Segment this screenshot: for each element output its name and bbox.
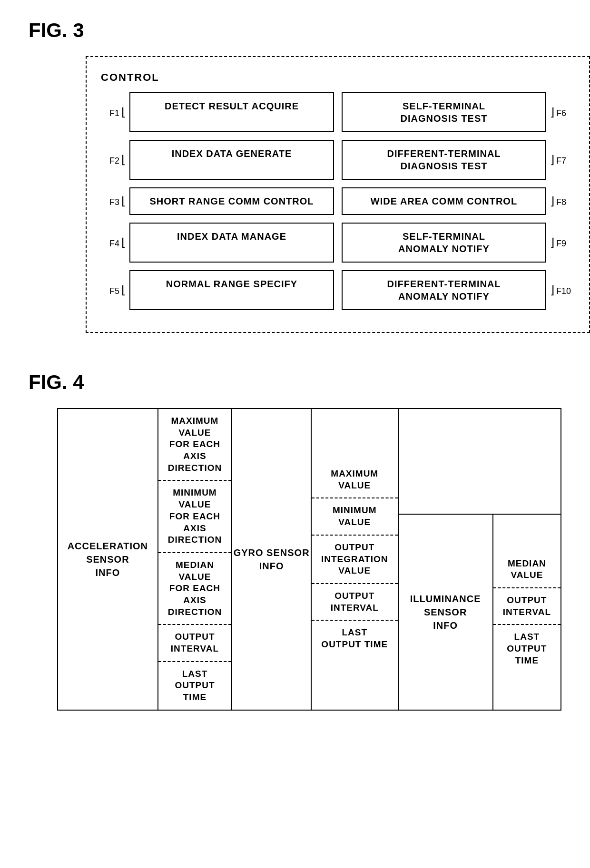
fig3-left-cell-0: DETECT RESULT ACQUIRE: [129, 92, 334, 132]
fig4-right-row-2-0: MEDIAN VALUE: [493, 552, 560, 588]
fig3-left-cell-3: INDEX DATA MANAGE: [129, 223, 334, 263]
fig4-right-row-2-2: LAST OUTPUT TIME: [493, 625, 560, 673]
fig4-right-row-1-0: MAXIMUM VALUE: [312, 462, 397, 498]
fig3-row-1: F2 ⌊INDEX DATA GENERATEDIFFERENT-TERMINA…: [101, 140, 575, 180]
fig4-right-row-1-1: MINIMUM VALUE: [312, 498, 397, 535]
fig3-right-label-4: ⌋ F10: [546, 283, 575, 297]
fig4-right-row-0-3: OUTPUT INTERVAL: [158, 625, 232, 662]
fig4-left-0: ACCELERATION SENSORINFO: [58, 409, 158, 710]
fig4-right-1: MAXIMUM VALUEMINIMUM VALUEOUTPUT INTEGRA…: [311, 409, 398, 710]
fig4-left-2: ILLUMINANCE SENSORINFO: [398, 514, 493, 710]
fig3-left-label-2: F3 ⌊: [101, 195, 129, 208]
fig3-right-cell-1: DIFFERENT-TERMINALDIAGNOSIS TEST: [342, 140, 546, 180]
fig3-right-cell-0: SELF-TERMINALDIAGNOSIS TEST: [342, 92, 546, 132]
fig3-rows: F1 ⌊DETECT RESULT ACQUIRESELF-TERMINALDI…: [101, 92, 575, 310]
fig3-left-label-1: F2 ⌊: [101, 153, 129, 166]
fig4-right-row-1-2: OUTPUT INTEGRATION VALUE: [312, 536, 397, 584]
fig4-right-row-2-1: OUTPUT INTERVAL: [493, 588, 560, 625]
fig4-right-row-0-0: MAXIMUM VALUEFOR EACH AXIS DIRECTION: [158, 409, 232, 481]
fig4-right-row-0-1: MINIMUM VALUEFOR EACH AXIS DIRECTION: [158, 481, 232, 553]
fig3-left-cell-2: SHORT RANGE COMM CONTROL: [129, 187, 334, 215]
fig3-right-cell-4: DIFFERENT-TERMINALANOMALY NOTIFY: [342, 270, 546, 310]
fig4-section: FIG. 4 ACCELERATION SENSORINFOMAXIMUM VA…: [29, 371, 561, 711]
fig3-right-cell-3: SELF-TERMINALANOMALY NOTIFY: [342, 223, 546, 263]
fig3-outer-box: 11 CONTROL F1 ⌊DETECT RESULT ACQUIRESELF…: [86, 56, 590, 333]
fig4-right-row-1-3: OUTPUT INTERVAL: [312, 584, 397, 621]
fig3-row-3: F4 ⌊INDEX DATA MANAGESELF-TERMINALANOMAL…: [101, 223, 575, 263]
fig4-right-row-0-2: MEDIAN VALUEFOR EACH AXIS DIRECTION: [158, 553, 232, 625]
fig3-right-cell-2: WIDE AREA COMM CONTROL: [342, 187, 546, 215]
fig3-right-label-0: ⌋ F6: [546, 106, 575, 119]
fig3-right-label-3: ⌋ F9: [546, 236, 575, 249]
fig3-row-2: F3 ⌊SHORT RANGE COMM CONTROLWIDE AREA CO…: [101, 187, 575, 215]
fig3-section: FIG. 3 11 CONTROL F1 ⌊DETECT RESULT ACQU…: [29, 19, 561, 333]
fig4-title: FIG. 4: [29, 371, 561, 394]
fig3-title: FIG. 3: [29, 19, 561, 42]
fig3-control-label: CONTROL: [101, 71, 575, 84]
fig4-table: ACCELERATION SENSORINFOMAXIMUM VALUEFOR …: [57, 408, 561, 711]
fig3-left-label-4: F5 ⌊: [101, 283, 129, 297]
fig4-right-2: MEDIAN VALUEOUTPUT INTERVALLAST OUTPUT T…: [493, 514, 561, 710]
fig4-right-0: MAXIMUM VALUEFOR EACH AXIS DIRECTIONMINI…: [158, 409, 232, 710]
fig3-right-label-1: ⌋ F7: [546, 153, 575, 166]
fig3-left-label-0: F1 ⌊: [101, 106, 129, 119]
fig3-row-4: F5 ⌊NORMAL RANGE SPECIFYDIFFERENT-TERMIN…: [101, 270, 575, 310]
fig4-left-1: GYRO SENSORINFO: [232, 409, 311, 710]
fig4-right-row-1-4: LAST OUTPUT TIME: [312, 621, 397, 656]
fig3-right-label-2: ⌋ F8: [546, 195, 575, 208]
fig3-row-0: F1 ⌊DETECT RESULT ACQUIRESELF-TERMINALDI…: [101, 92, 575, 132]
fig4-right-row-0-4: LAST OUTPUT TIME: [158, 662, 232, 710]
fig3-left-cell-1: INDEX DATA GENERATE: [129, 140, 334, 180]
fig3-left-cell-4: NORMAL RANGE SPECIFY: [129, 270, 334, 310]
fig3-left-label-3: F4 ⌊: [101, 236, 129, 249]
